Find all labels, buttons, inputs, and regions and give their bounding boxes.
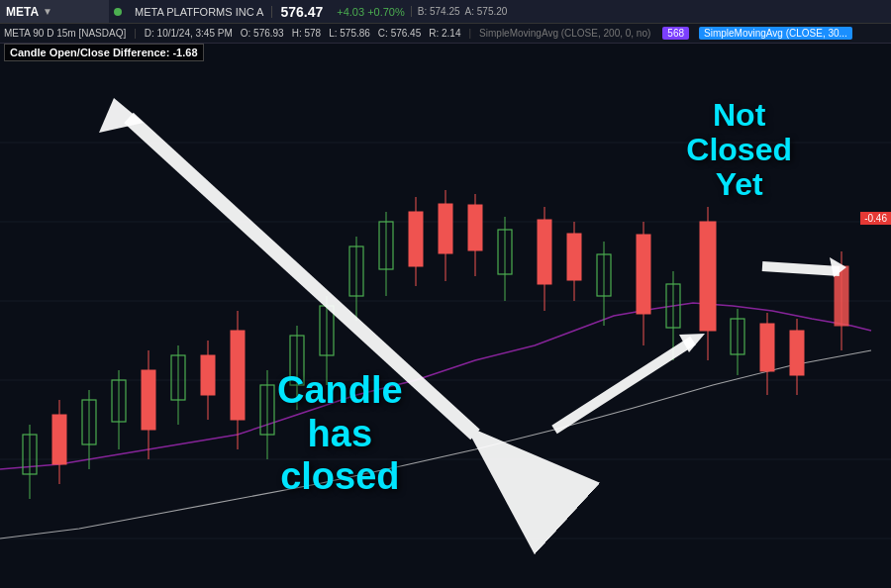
dropdown-icon[interactable]: ▼ (43, 6, 52, 17)
date-info: D: 10/1/24, 3:45 PM (145, 28, 233, 39)
bid-ask: B: 574.25 A: 575.20 (411, 6, 514, 17)
chart-info: META 90 D 15m [NASDAQ] (4, 28, 126, 39)
svg-rect-47 (637, 235, 650, 314)
svg-rect-7 (23, 435, 37, 474)
svg-rect-29 (349, 246, 363, 296)
svg-rect-23 (260, 385, 274, 435)
sma1-label: SimpleMovingAvg (CLOSE, 200, 0, no) (479, 28, 650, 39)
range-info: R: 2.14 (429, 28, 460, 39)
svg-line-66 (554, 341, 693, 430)
current-price: 576.47 (272, 4, 331, 20)
svg-rect-51 (700, 222, 716, 331)
svg-rect-43 (567, 234, 581, 280)
live-indicator (114, 8, 122, 16)
svg-rect-17 (171, 355, 185, 400)
sma1-value: 568 (662, 27, 689, 40)
open-info: O: 576.93 (241, 28, 284, 39)
sma2-label: SimpleMovingAvg (CLOSE, 30... (699, 27, 852, 40)
svg-rect-15 (142, 370, 155, 430)
svg-rect-35 (439, 204, 452, 253)
svg-rect-11 (82, 400, 96, 444)
svg-rect-27 (320, 306, 334, 355)
company-name: META PLATFORMS INC A (127, 6, 272, 18)
annotation-not-closed: NotClosedYet (686, 98, 792, 203)
price-label-right: -0.46 (860, 212, 891, 225)
svg-rect-37 (468, 205, 482, 250)
candle-label: Candle Open/Close Difference: -1.68 (4, 44, 204, 61)
svg-rect-19 (201, 355, 215, 395)
svg-rect-31 (379, 222, 393, 269)
svg-rect-39 (498, 230, 512, 274)
price-change: +4.03 +0.70% (331, 6, 411, 18)
svg-rect-49 (666, 284, 680, 328)
info-bar: META 90 D 15m [NASDAQ] | D: 10/1/24, 3:4… (0, 24, 891, 44)
svg-rect-41 (538, 220, 551, 284)
svg-rect-21 (231, 331, 245, 420)
symbol-name: META (6, 5, 39, 19)
svg-rect-53 (731, 319, 744, 354)
annotation-candle-closed: Candlehasclosed (277, 369, 403, 499)
top-bar: META ▼ META PLATFORMS INC A 576.47 +4.03… (0, 0, 891, 24)
svg-rect-55 (760, 324, 774, 371)
svg-rect-45 (597, 254, 611, 296)
high-info: H: 578 (292, 28, 321, 39)
svg-rect-13 (112, 380, 126, 422)
svg-rect-9 (52, 415, 66, 464)
low-info: L: 575.86 (329, 28, 370, 39)
symbol-box[interactable]: META ▼ (0, 0, 109, 23)
chart-area: NotClosedYet Candlehasclosed -0.46 (0, 44, 891, 588)
svg-rect-57 (790, 331, 804, 375)
svg-line-64 (762, 266, 840, 271)
svg-rect-33 (409, 212, 423, 266)
close-info: C: 576.45 (378, 28, 421, 39)
